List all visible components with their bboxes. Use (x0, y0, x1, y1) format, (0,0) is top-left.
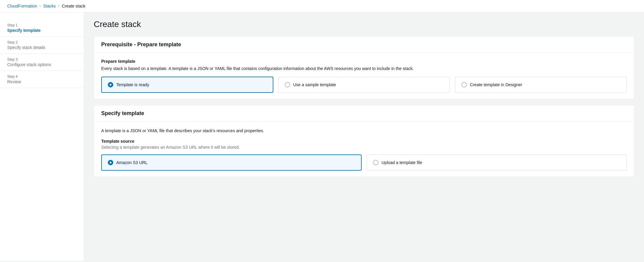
step-3-number: Step 3 (7, 57, 77, 62)
option-sample-template[interactable]: Use a sample template (278, 77, 450, 93)
breadcrumb-bar: CloudFormation › Stacks › Create stack (0, 0, 644, 12)
label-upload-file: Upload a template file (381, 160, 422, 165)
page-title: Create stack (94, 20, 634, 29)
specify-template-header: Specify template (94, 105, 634, 122)
label-designer-template: Create template in Designer (470, 82, 522, 87)
option-amazon-s3[interactable]: Amazon S3 URL (101, 154, 362, 171)
radio-template-ready (108, 82, 113, 87)
option-designer-template[interactable]: Create template in Designer (455, 77, 627, 93)
prerequisite-title: Prerequisite - Prepare template (101, 41, 627, 48)
sidebar-step-2[interactable]: Step 2 Specify stack details (0, 37, 84, 54)
prepare-template-options: Template is ready Use a sample template … (101, 77, 627, 93)
prerequisite-section: Prerequisite - Prepare template Prepare … (94, 36, 634, 99)
sidebar: Step 1 Specify template Step 2 Specify s… (0, 12, 84, 261)
source-options: Amazon S3 URL Upload a template file (101, 154, 627, 171)
step-2-number: Step 2 (7, 40, 77, 44)
specify-template-title: Specify template (101, 110, 627, 117)
sidebar-step-3[interactable]: Step 3 Configure stack options (0, 54, 84, 71)
source-desc: Selecting a template generates an Amazon… (101, 145, 627, 150)
prerequisite-header: Prerequisite - Prepare template (94, 37, 634, 53)
step-4-label: Review (7, 79, 77, 84)
label-template-ready: Template is ready (116, 82, 149, 87)
option-template-ready[interactable]: Template is ready (101, 77, 273, 93)
radio-amazon-s3 (108, 160, 113, 165)
source-label: Template source (101, 139, 627, 144)
breadcrumb-current: Create stack (62, 4, 86, 8)
specify-template-section: Specify template A template is a JSON or… (94, 105, 634, 177)
step-1-label: Specify template (7, 28, 77, 33)
step-2-label: Specify stack details (7, 45, 77, 50)
prepare-template-title: Prepare template (101, 59, 627, 64)
sidebar-step-1[interactable]: Step 1 Specify template (0, 20, 84, 37)
step-3-label: Configure stack options (7, 62, 77, 67)
prerequisite-body: Prepare template Every stack is based on… (94, 53, 634, 99)
step-1-number: Step 1 (7, 23, 77, 27)
label-sample-template: Use a sample template (293, 82, 336, 87)
specify-template-desc: A template is a JSON or YAML file that d… (101, 128, 627, 134)
radio-sample-template (285, 82, 290, 87)
step-4-number: Step 4 (7, 75, 77, 79)
prepare-template-desc: Every stack is based on a template. A te… (101, 66, 627, 72)
option-upload-file[interactable]: Upload a template file (366, 154, 627, 171)
radio-designer-template (461, 82, 467, 87)
breadcrumb-sep-1: › (40, 4, 41, 8)
label-amazon-s3: Amazon S3 URL (116, 160, 147, 165)
breadcrumb-cloudformation[interactable]: CloudFormation (7, 4, 37, 8)
sidebar-step-4[interactable]: Step 4 Review (0, 71, 84, 88)
specify-template-body: A template is a JSON or YAML file that d… (94, 122, 634, 177)
breadcrumb-stacks[interactable]: Stacks (43, 4, 56, 8)
template-source-section: Template source Selecting a template gen… (101, 139, 627, 171)
breadcrumb-sep-2: › (58, 4, 59, 8)
main-content: Create stack Prerequisite - Prepare temp… (84, 12, 644, 261)
radio-upload-file (373, 160, 378, 165)
